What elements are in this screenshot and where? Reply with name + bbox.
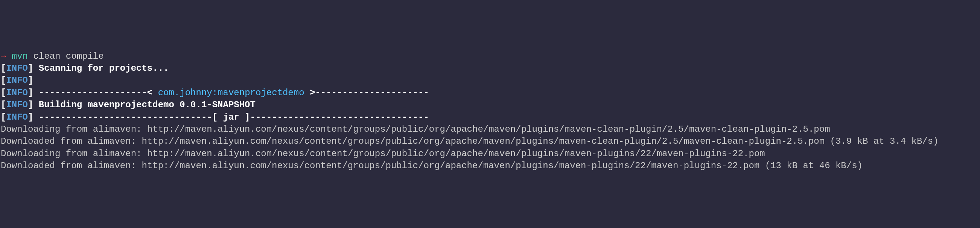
separator-left: --------------------<: [33, 88, 158, 98]
log-line: [INFO] Building mavenprojectdemo 0.0.1-S…: [1, 99, 979, 111]
log-text: Scanning for projects...: [33, 63, 169, 73]
separator-right: >---------------------: [304, 88, 429, 98]
bracket-close: ]: [28, 88, 33, 98]
log-line: [INFO] Scanning for projects...: [1, 62, 979, 75]
bracket-open: [: [1, 75, 6, 85]
info-tag: INFO: [6, 88, 28, 98]
bracket-open: [: [1, 63, 6, 73]
download-line: Downloaded from alimaven: http://maven.a…: [1, 160, 979, 172]
download-line: Downloaded from alimaven: http://maven.a…: [1, 136, 979, 147]
command-line: → mvn clean compile: [1, 50, 979, 62]
info-tag: INFO: [6, 75, 28, 85]
log-line: [INFO]: [1, 75, 979, 86]
download-line: Downloading from alimaven: http://maven.…: [1, 123, 979, 136]
log-line: [INFO] --------------------------------[…: [1, 112, 979, 123]
prompt-arrow: →: [1, 51, 6, 61]
info-tag: INFO: [6, 63, 28, 73]
bracket-close: ]: [28, 75, 33, 85]
building-text: Building mavenprojectdemo 0.0.1-SNAPSHOT: [33, 100, 256, 110]
bracket-close: ]: [28, 112, 33, 122]
download-line: Downloading from alimaven: http://maven.…: [1, 148, 979, 160]
terminal-output[interactable]: → mvn clean compile[INFO] Scanning for p…: [1, 50, 979, 172]
bracket-open: [: [1, 100, 6, 110]
bracket-open: [: [1, 112, 6, 122]
bracket-close: ]: [28, 100, 33, 110]
info-tag: INFO: [6, 100, 28, 110]
jar-separator: --------------------------------[ jar ]-…: [33, 112, 429, 122]
command-name: mvn: [12, 51, 28, 61]
bracket-close: ]: [28, 63, 33, 73]
log-line: [INFO] --------------------< com.johnny:…: [1, 87, 979, 99]
project-id: com.johnny:mavenprojectdemo: [158, 88, 304, 98]
info-tag: INFO: [6, 112, 28, 122]
bracket-open: [: [1, 88, 6, 98]
command-args: clean compile: [28, 51, 104, 61]
